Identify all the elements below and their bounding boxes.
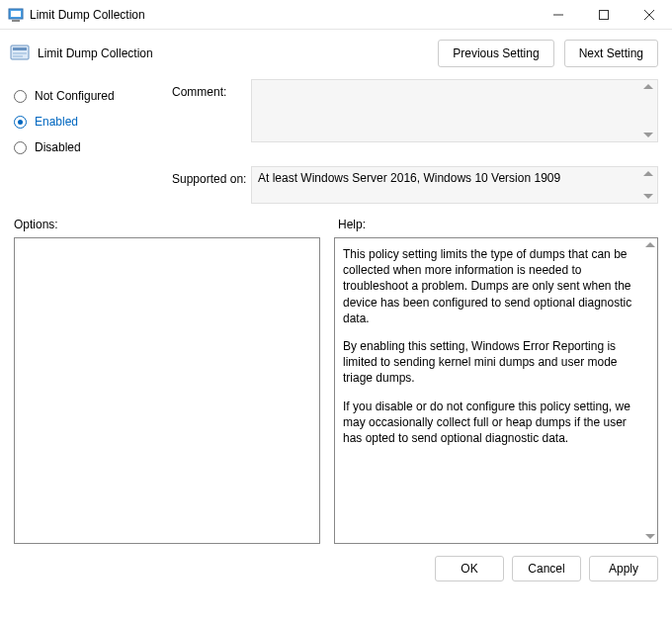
radio-not-configured[interactable]: Not Configured — [14, 83, 172, 109]
close-button[interactable] — [627, 0, 672, 30]
scroll-down-icon[interactable] — [643, 194, 653, 199]
comment-textarea[interactable] — [251, 79, 658, 142]
comment-label: Comment: — [172, 83, 251, 109]
dialog-footer: OK Cancel Apply — [0, 544, 672, 593]
scroll-down-icon[interactable] — [645, 534, 655, 539]
scroll-down-icon[interactable] — [643, 133, 653, 137]
supported-on-value: At least Windows Server 2016, Windows 10… — [258, 171, 560, 185]
radio-enabled[interactable]: Enabled — [14, 109, 172, 134]
scroll-up-icon[interactable] — [643, 171, 653, 176]
svg-rect-8 — [13, 47, 27, 50]
radio-label: Not Configured — [35, 89, 115, 103]
supported-on-label: Supported on: — [172, 166, 251, 204]
policy-title: Limit Dump Collection — [38, 46, 153, 60]
supported-on-box: At least Windows Server 2016, Windows 10… — [251, 166, 658, 204]
svg-rect-9 — [13, 52, 27, 54]
window-title: Limit Dump Collection — [30, 8, 145, 22]
svg-rect-1 — [11, 11, 21, 17]
radio-label: Disabled — [35, 140, 81, 154]
state-radio-group: Not Configured Enabled Disabled — [14, 79, 172, 160]
options-label: Options: — [14, 218, 338, 231]
apply-button[interactable]: Apply — [589, 556, 658, 581]
svg-rect-10 — [13, 55, 23, 57]
title-bar: Limit Dump Collection — [0, 0, 672, 30]
minimize-button[interactable] — [536, 0, 581, 30]
radio-label: Enabled — [35, 115, 78, 129]
maximize-button[interactable] — [581, 0, 627, 30]
svg-rect-4 — [600, 10, 609, 19]
options-panel — [14, 237, 320, 544]
previous-setting-button[interactable]: Previous Setting — [438, 40, 553, 67]
header-row: Limit Dump Collection Previous Setting N… — [0, 30, 672, 75]
radio-icon — [14, 90, 27, 103]
cancel-button[interactable]: Cancel — [512, 556, 581, 581]
radio-icon — [14, 116, 27, 129]
scroll-up-icon[interactable] — [645, 242, 655, 247]
help-label: Help: — [338, 218, 658, 231]
svg-rect-2 — [12, 20, 20, 22]
radio-disabled[interactable]: Disabled — [14, 134, 172, 160]
help-panel: This policy setting limits the type of d… — [334, 237, 658, 544]
help-paragraph: By enabling this setting, Windows Error … — [343, 338, 639, 387]
help-paragraph: If you disable or do not configure this … — [343, 399, 639, 447]
next-setting-button[interactable]: Next Setting — [564, 40, 658, 67]
policy-icon — [10, 45, 30, 62]
help-paragraph: This policy setting limits the type of d… — [343, 246, 639, 326]
radio-icon — [14, 141, 27, 154]
ok-button[interactable]: OK — [435, 556, 504, 581]
scroll-up-icon[interactable] — [643, 84, 653, 89]
app-icon — [8, 7, 24, 23]
